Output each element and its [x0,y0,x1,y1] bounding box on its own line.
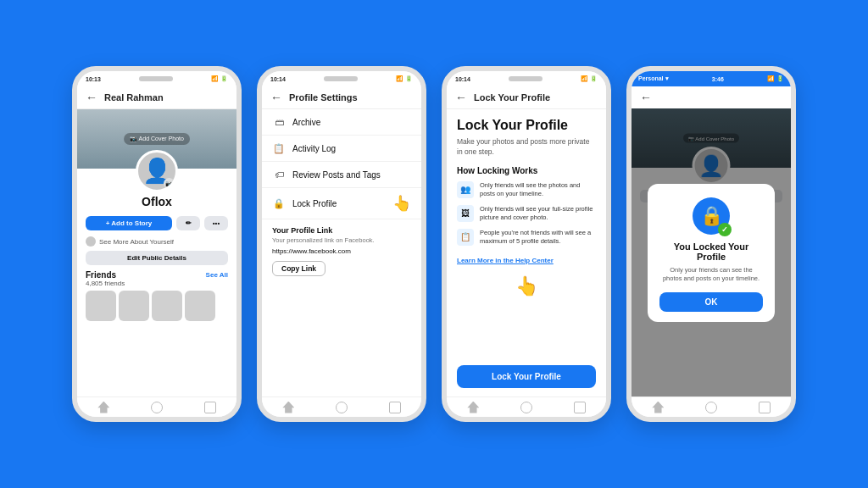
phone-1: 10:13 📶 🔋 ← Real Rahman 📷 Add Cover Phot… [72,66,242,422]
friends-photos [86,291,228,321]
friend-photo-1 [86,291,116,321]
phone1-nav: ← Real Rahman [77,86,236,109]
phone1-bottom-nav [77,396,236,417]
lock-icon: 🔒 [272,197,286,210]
lock-feature-text-3: People you're not friends with will see … [480,229,596,247]
friend-photo-2 [119,291,149,321]
lock-profile-label: Lock Profile [292,199,337,208]
phone4-left: Personal ▾ [638,75,669,82]
menu-item-activity[interactable]: 📋 Activity Log [262,136,421,162]
lock-profile-button[interactable]: Lock Your Profile [457,365,596,388]
phone4-status-bar: Personal ▾ 3:46 📶 🔋 [632,71,791,86]
ok-button[interactable]: OK [659,292,763,312]
phone2-back-arrow[interactable]: ← [270,92,282,103]
circle-nav-icon-3[interactable] [520,402,532,413]
friend-photo-4 [185,291,215,321]
back-nav-icon-4[interactable] [759,402,771,413]
review-icon: 🏷 [272,168,286,181]
edit-public-details-button[interactable]: Edit Public Details [86,251,228,265]
lock-subtitle: Make your photos and posts more private … [457,137,596,158]
locked-sub: Only your friends can see the photos and… [659,266,763,284]
lock-feature-icon-3: 📋 [457,229,474,246]
circle-nav-icon[interactable] [151,402,163,413]
phones-container: 10:13 📶 🔋 ← Real Rahman 📷 Add Cover Phot… [72,66,796,422]
profile-name: Oflox [142,195,172,208]
circle-nav-icon-4[interactable] [705,402,717,413]
phone2-status-bar: 10:14 📶 🔋 [262,71,421,86]
home-nav-icon-2[interactable] [282,402,294,413]
friends-section: Friends See All 4,805 friends [86,270,228,321]
lock-feature-icon-1: 👥 [457,181,474,198]
friends-title: Friends [86,270,116,280]
phone3-status-bar: 10:14 📶 🔋 [447,71,606,86]
phone2-nav-title: Profile Settings [289,92,358,103]
archive-label: Archive [292,118,320,127]
locked-dialog: 🔒 ✓ You Locked Your Profile Only your fr… [648,184,775,322]
see-more[interactable]: See More About Yourself [86,236,228,247]
see-more-dot-icon [86,236,96,247]
profile-link-section: Your Profile Link Your personalized link… [262,219,421,283]
phone1-notch [139,76,173,81]
back-nav-icon[interactable] [204,402,216,413]
phone1-nav-title: Real Rahman [104,92,164,103]
home-nav-icon-4[interactable] [652,402,664,413]
home-nav-icon[interactable] [97,402,109,413]
locked-badge-icon: 🔒 ✓ [693,197,730,235]
back-nav-icon-2[interactable] [389,402,401,413]
friend-photo-3 [152,291,182,321]
lock-row: Lock Profile 👆 [292,194,411,213]
phone1-icons: 📶 🔋 [211,75,228,82]
menu-item-review[interactable]: 🏷 Review Posts and Tags [262,162,421,188]
friends-count: 4,805 friends [86,280,228,287]
lock-feature-3: 📋 People you're not friends with will se… [457,229,596,247]
profile-link-url: https://www.facebook.com [272,247,411,255]
phone1-time: 10:13 [86,76,101,82]
profile-link-title: Your Profile Link [272,226,411,235]
phone1-back-arrow[interactable]: ← [86,92,97,103]
more-icon-button[interactable]: ••• [204,216,228,230]
phone3-content: ← Lock Your Profile Lock Your Profile Ma… [447,86,606,396]
phone3-back-arrow[interactable]: ← [455,92,467,103]
phone3-nav: ← Lock Your Profile [447,86,606,109]
phone3-notch [509,76,542,81]
phone2-icons: 📶 🔋 [396,75,413,82]
review-label: Review Posts and Tags [292,170,381,180]
menu-item-archive[interactable]: 🗃 Archive [262,109,421,136]
how-locking-title: How Locking Works [457,166,596,175]
locked-overlay: 🔒 ✓ You Locked Your Profile Only your fr… [632,108,791,396]
menu-item-lock[interactable]: 🔒 Lock Profile 👆 [262,188,421,219]
edit-icon-button[interactable]: ✏ [176,216,200,230]
phone2-time: 10:14 [270,76,286,82]
friends-see-all[interactable]: See All [206,271,228,279]
phone2-notch [324,76,358,81]
profile-actions: + Add to Story ✏ ••• [86,216,228,230]
back-nav-icon-3[interactable] [574,402,586,413]
friends-header: Friends See All [86,270,228,280]
add-to-story-button[interactable]: + Add to Story [86,216,172,230]
circle-nav-icon-2[interactable] [336,402,348,413]
home-nav-icon-3[interactable] [467,402,479,413]
hand-pointer-icon: 👆 [392,194,411,213]
activity-icon: 📋 [272,141,286,155]
phone4-back-arrow[interactable]: ← [640,92,652,103]
phone4-content: 📷 Add Cover Photo 👤 Edit Public Details … [632,108,791,396]
phone3-icons: 📶 🔋 [581,75,598,82]
avatar-camera-icon[interactable]: 📷 [164,178,175,189]
archive-icon: 🗃 [272,115,286,129]
phone4-bottom-nav [632,396,791,417]
cover-photo-label[interactable]: 📷 Add Cover Photo [124,133,190,145]
activity-label: Activity Log [292,144,336,153]
phone1-content: ← Real Rahman 📷 Add Cover Photo 👤 📷 Oflo… [77,86,236,396]
lock-feature-text-1: Only friends will see the photos and pos… [480,181,596,199]
phone3-nav-title: Lock Your Profile [474,92,550,103]
learn-more-link[interactable]: Learn More in the Help Center [457,257,596,264]
avatar: 👤 📷 [136,150,178,192]
phone3-time: 10:14 [455,76,470,82]
hand-gesture: 👆 [457,275,596,297]
phone2-bottom-nav [262,396,421,417]
lock-feature-text-2: Only friends will see your full-size pro… [480,205,596,223]
check-icon: ✓ [718,223,732,236]
phone-3: 10:14 📶 🔋 ← Lock Your Profile Lock Your … [442,66,611,422]
copy-link-button[interactable]: Copy Link [272,261,326,276]
phone3-bottom-nav [447,396,606,417]
